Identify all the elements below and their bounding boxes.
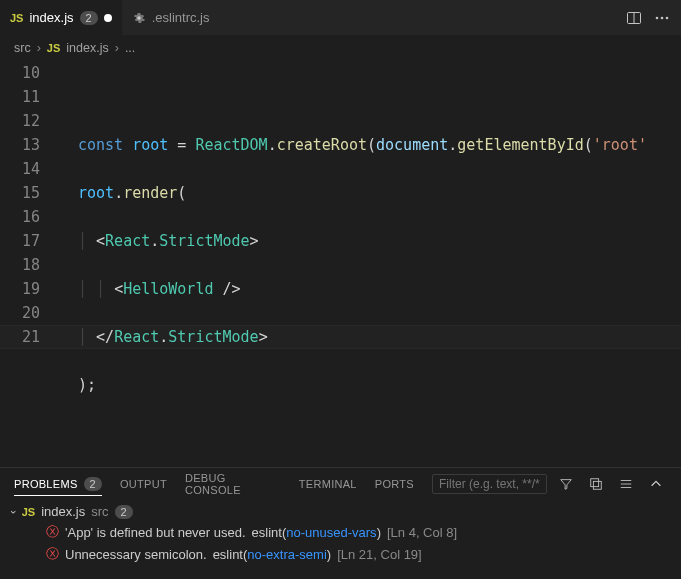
problem-item[interactable]: ⓧ Unnecessary semicolon. eslint(no-extra… (8, 543, 673, 565)
problem-message: Unnecessary semicolon. (65, 547, 207, 562)
svg-rect-5 (591, 479, 599, 487)
panel-tabs: Problems 2 Output Debug Console Terminal… (0, 468, 681, 500)
more-actions-icon[interactable] (651, 7, 673, 29)
problem-rule[interactable]: no-extra-semi (247, 547, 326, 562)
problem-item[interactable]: ⓧ 'App' is defined but never used. eslin… (8, 521, 673, 543)
file-path: src (91, 504, 108, 519)
file-problems-badge: 2 (115, 505, 133, 519)
chevron-right-icon: › (37, 41, 41, 55)
tab-index-js[interactable]: JS index.js 2 (0, 0, 122, 35)
panel-tab-ports[interactable]: Ports (375, 478, 414, 490)
filter-icon[interactable] (555, 473, 577, 495)
problem-rule[interactable]: no-unused-vars (286, 525, 376, 540)
bottom-panel: Problems 2 Output Debug Console Terminal… (0, 467, 681, 579)
svg-point-2 (656, 16, 659, 19)
problems-count-badge: 2 (84, 477, 102, 491)
panel-tab-problems[interactable]: Problems 2 (14, 477, 102, 496)
svg-rect-6 (593, 481, 601, 489)
error-icon: ⓧ (46, 523, 59, 541)
problems-filter-input[interactable] (432, 474, 547, 494)
chevron-up-icon[interactable] (645, 473, 667, 495)
problem-message: 'App' is defined but never used. (65, 525, 246, 540)
problem-location: [Ln 4, Col 8] (387, 525, 457, 540)
panel-tab-debug-console[interactable]: Debug Console (185, 472, 281, 496)
problem-source: eslint(no-extra-semi) (213, 547, 332, 562)
svg-point-4 (666, 16, 669, 19)
problem-source: eslint(no-unused-vars) (252, 525, 381, 540)
svg-point-3 (661, 16, 664, 19)
tab-label: index.js (29, 10, 73, 25)
gear-icon (132, 11, 146, 25)
line-gutter: 101112131415161718192021 (0, 61, 58, 349)
tab-dirty-dot-icon (104, 14, 112, 22)
breadcrumb-segment[interactable]: ... (125, 41, 135, 55)
file-name: index.js (41, 504, 85, 519)
editor-tabs-bar: JS index.js 2 .eslintrc.js (0, 0, 681, 35)
collapse-all-icon[interactable] (585, 473, 607, 495)
problem-location: [Ln 21, Col 19] (337, 547, 422, 562)
tab-problems-badge: 2 (80, 11, 98, 25)
tab-eslintrc[interactable]: .eslintrc.js (122, 0, 220, 35)
panel-tab-label: Problems (14, 478, 78, 490)
tab-label: .eslintrc.js (152, 10, 210, 25)
breadcrumb[interactable]: src › JS index.js › ... (0, 35, 681, 61)
chevron-right-icon: › (115, 41, 119, 55)
panel-tab-output[interactable]: Output (120, 478, 167, 490)
panel-tab-terminal[interactable]: Terminal (299, 478, 357, 490)
problems-file-row[interactable]: › JS index.js src 2 (8, 502, 673, 521)
js-file-icon: JS (10, 12, 23, 24)
breadcrumb-segment[interactable]: src (14, 41, 31, 55)
js-file-icon: JS (22, 506, 35, 518)
breadcrumb-segment[interactable]: index.js (66, 41, 108, 55)
chevron-down-icon: › (8, 510, 20, 514)
view-as-list-icon[interactable] (615, 473, 637, 495)
problems-list: › JS index.js src 2 ⓧ 'App' is defined b… (0, 500, 681, 567)
js-file-icon: JS (47, 42, 60, 54)
error-icon: ⓧ (46, 545, 59, 563)
split-editor-icon[interactable] (623, 7, 645, 29)
